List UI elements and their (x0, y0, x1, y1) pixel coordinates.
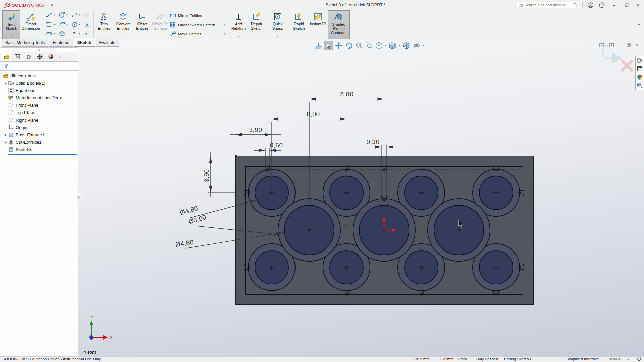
sketch-point[interactable] (308, 229, 310, 231)
rectangle-caret[interactable]: ▼ (53, 24, 55, 26)
rapid-sketch-button[interactable]: Rapid Sketch (290, 10, 308, 39)
mirror-entities-button[interactable]: Mirror Entities (169, 12, 226, 19)
tab-evaluate[interactable]: Evaluate (96, 39, 119, 47)
text-tool[interactable]: A (83, 22, 92, 27)
rollback-bar[interactable] (8, 154, 77, 155)
convert-caret[interactable]: ▼ (122, 34, 124, 39)
tree-item-lego-brick[interactable]: lego-brick (0, 72, 78, 79)
arc-caret[interactable]: ▼ (66, 24, 68, 26)
circle-tool[interactable]: ▼ (58, 12, 70, 18)
line-caret[interactable]: ▼ (53, 14, 55, 16)
trim-entities-button[interactable]: Trim Entities ▼ (95, 10, 113, 39)
tree-item-sketch3[interactable]: Sketch3 (0, 146, 78, 153)
rectangle-tool[interactable]: ▼ (45, 22, 58, 27)
tree-item-label: Right Plane (16, 118, 38, 123)
quick-snaps-caret[interactable]: ▼ (277, 34, 279, 39)
ribbon-pin-icon[interactable] (637, 23, 641, 26)
search-scope-caret[interactable]: ▼ (579, 4, 581, 6)
dimension-39v[interactable]: 3,90 (203, 152, 211, 197)
slot-tool[interactable]: ▼ (45, 31, 58, 36)
polygon-tool[interactable] (58, 31, 70, 36)
interface-mode[interactable]: Simplified Interface (566, 357, 599, 361)
linear-sketch-pattern-button[interactable]: Linear Sketch Pattern ▼ (169, 21, 226, 29)
expand-arrow-icon[interactable]: ▶ (3, 82, 8, 85)
expand-arrow-icon[interactable]: ▶ (3, 133, 8, 136)
add-relation-button[interactable]: Add Relation ▼ (229, 10, 248, 39)
hide-show-caret[interactable]: ▼ (422, 45, 424, 47)
quick-snaps-button[interactable]: Quick Snaps ▼ (269, 10, 287, 39)
units-caret[interactable]: ▲ (627, 358, 629, 360)
panel-tabs-more[interactable]: > (56, 52, 64, 61)
display-style-caret[interactable]: ▼ (398, 45, 400, 47)
text-icon: A (84, 22, 90, 27)
featuremanager-tree-tab[interactable] (1, 52, 12, 61)
add-relation-caret[interactable]: ▼ (237, 34, 239, 39)
tab-basic-modeling-tools[interactable]: Basic Modeling Tools (2, 39, 48, 47)
search-icon[interactable] (573, 3, 578, 7)
ellipse-caret[interactable]: ▼ (79, 24, 81, 26)
convert-entities-label: Convert Entities (113, 22, 133, 30)
tree-item-material[interactable]: Material <not specified> (0, 94, 78, 101)
exit-sketch-caret[interactable]: ▼ (10, 34, 12, 38)
offset-entities-button[interactable]: Offset Entities (133, 10, 151, 39)
plane-icon (8, 103, 16, 107)
smart-dimension-caret[interactable]: ▼ (30, 34, 32, 39)
status-tag-icon[interactable] (636, 357, 641, 361)
svg-text:0,30: 0,30 (367, 138, 380, 145)
fillet-tool[interactable]: × ▼ (70, 31, 83, 36)
search-box[interactable]: ▼ (517, 2, 583, 8)
dimension-8a[interactable]: 8,00 (309, 91, 384, 99)
view-orientation-caret[interactable]: ▼ (385, 45, 387, 47)
tree-item-right-plane[interactable]: Right Plane (0, 116, 78, 124)
line-tool[interactable]: ▼ (45, 12, 58, 18)
tree-item-cut-extrude1[interactable]: ▶ Cut-Extrude1 (0, 138, 78, 146)
spline-caret[interactable]: ▼ (79, 14, 81, 16)
doc-close-icon[interactable]: × (633, 42, 641, 48)
tree-item-boss-extrude1[interactable]: ▶ Boss-Extrude1 (0, 131, 78, 138)
tree-item-front-plane[interactable]: Front Plane (0, 101, 78, 109)
account-icon[interactable] (586, 1, 595, 9)
instant2d-button[interactable]: Instant2D (308, 10, 328, 39)
panel-handle[interactable] (0, 48, 78, 52)
dimension-060[interactable]: 0,60 (254, 142, 283, 150)
repair-sketch-button[interactable]: Repair Sketch (248, 10, 266, 39)
convert-entities-button[interactable]: Convert Entities ▼ (113, 10, 133, 39)
dimxpert-tab[interactable] (34, 52, 45, 61)
trim-caret[interactable]: ▼ (103, 34, 105, 39)
shaded-sketch-contours-button[interactable]: Shaded Sketch Contours (328, 10, 350, 39)
point-tool[interactable] (83, 32, 92, 36)
spline-tool[interactable]: ▼ (70, 12, 83, 18)
expand-arrow-icon[interactable]: ▶ (3, 141, 8, 144)
tree-item-equations[interactable]: Σ Equations (0, 87, 78, 94)
tab-features[interactable]: Features (49, 39, 73, 47)
search-input[interactable] (524, 3, 572, 7)
circle-caret[interactable]: ▼ (66, 14, 68, 16)
sketch-canvas[interactable]: 8,00 8,00 3,90 0,60 (78, 48, 644, 357)
slot-caret[interactable]: ▼ (53, 33, 55, 35)
tree-item-top-plane[interactable]: Top Plane (0, 109, 78, 116)
linear-pattern-caret[interactable]: ▼ (224, 24, 226, 26)
tree-item-solid-bodies[interactable]: ▶ Solid Bodies(1) (0, 79, 78, 87)
arc-tool[interactable]: ▼ (58, 21, 70, 28)
exit-sketch-button[interactable]: Exit Sketch ▼ (2, 10, 20, 39)
tree-item-origin[interactable]: Origin (0, 124, 78, 131)
minimize-button[interactable]: – (610, 1, 619, 9)
help-icon[interactable]: ? (597, 1, 606, 9)
configurationmanager-tab[interactable] (23, 52, 34, 61)
close-button[interactable]: × (634, 1, 643, 9)
fillet-caret[interactable]: ▼ (79, 33, 81, 35)
units-selector[interactable]: MMGS (609, 357, 622, 361)
rapid-sketch-icon (294, 12, 304, 22)
move-entities-caret[interactable]: ▼ (224, 33, 226, 35)
propertymanager-tab[interactable] (12, 52, 23, 61)
move-entities-button[interactable]: Move Entities ▼ (169, 30, 226, 38)
smart-dimension-button[interactable]: Smart Dimension ▼ (20, 10, 41, 39)
displaymanager-tab[interactable] (45, 52, 56, 61)
ellipse-tool[interactable]: ▼ (70, 21, 83, 28)
sketch-point[interactable] (235, 155, 237, 157)
restore-button[interactable] (623, 1, 631, 9)
tab-sketch[interactable]: Sketch (74, 39, 95, 47)
graphics-area[interactable]: Basic Modeling Tools Features Sketch Eva… (0, 39, 644, 357)
tree-filter[interactable] (0, 62, 78, 71)
dimension-39h[interactable]: 3,90 (230, 126, 281, 135)
